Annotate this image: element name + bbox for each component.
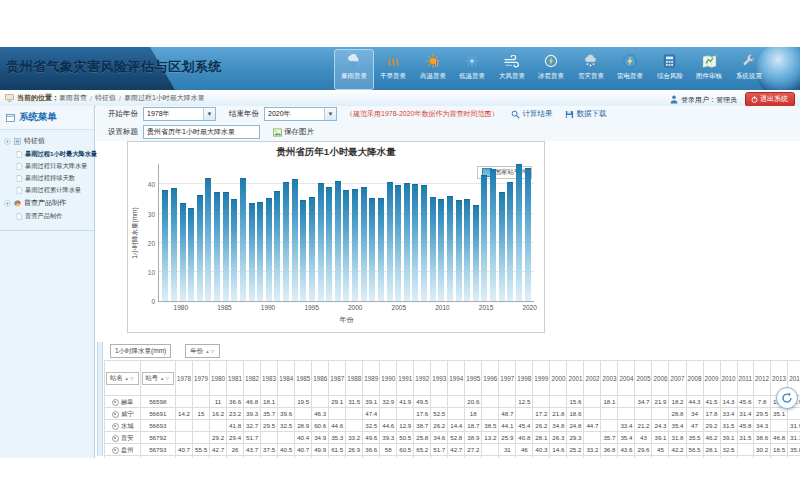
breadcrumb-item[interactable]: 暴雨过程1小时最大降水量 [124,93,205,103]
year-column-header-2003[interactable]: 2003 [601,361,618,396]
year-column-header-1985[interactable]: 1985 [295,361,312,396]
nav-item-大风普查[interactable]: 大风普查 [492,49,532,90]
nav-item-高温普查[interactable]: 高温普查 [413,49,453,90]
year-column-header-1982[interactable]: 1982 [244,361,261,396]
floating-refresh-button[interactable] [776,387,798,409]
radio-icon[interactable] [112,411,119,418]
year-column-header-1988[interactable]: 1988 [346,361,363,396]
bar-1994[interactable] [300,200,306,301]
bar-1980[interactable] [180,203,186,301]
bar-1992[interactable] [283,182,289,301]
sort-arrows-icon[interactable]: ▲▽ [205,349,215,354]
tree-item-暴雨过程1小时最大降水量[interactable]: 暴雨过程1小时最大降水量 [4,148,88,160]
panel-splitter[interactable] [97,342,103,456]
save-image-button[interactable]: 保存图片 [273,127,314,137]
year-column-header-1980[interactable]: 1980 [210,361,227,396]
end-year-select[interactable]: 2020年 ▼ [264,107,337,121]
nav-item-干旱普查[interactable]: 干旱普查 [374,49,414,90]
calculate-button[interactable]: 计算结果 [511,109,552,119]
breadcrumb-item[interactable]: 特征值 [95,93,116,103]
bar-2018[interactable] [507,182,513,301]
year-column-header-1997[interactable]: 1997 [499,361,516,396]
bar-2016[interactable] [490,169,496,301]
radio-icon[interactable] [112,423,119,430]
radio-icon[interactable] [112,447,119,454]
bar-2006[interactable] [404,183,410,301]
col-station-id-sort[interactable]: 站号▲▽ [142,372,175,385]
bar-1996[interactable] [318,183,324,301]
bar-1985[interactable] [223,192,229,301]
year-column-header-2006[interactable]: 2006 [652,361,669,396]
year-column-header-2005[interactable]: 2005 [635,361,652,396]
year-column-header-2012[interactable]: 2012 [754,361,771,396]
year-column-header-1989[interactable]: 1989 [363,361,380,396]
tree-group-普查产品制作[interactable]: 普查产品制作 [4,196,92,210]
nav-item-低温普查[interactable]: 低温普查 [453,49,493,90]
breadcrumb-item[interactable]: 暴雨普查 [59,93,87,103]
bar-1984[interactable] [214,192,220,301]
bar-1995[interactable] [309,197,315,301]
nav-item-冰雹普查[interactable]: 冰雹普查 [532,49,572,90]
bar-1979[interactable] [171,188,177,301]
bar-2015[interactable] [481,175,487,301]
year-sort-chip[interactable]: 年份▲▽ [185,344,220,358]
year-column-header-1984[interactable]: 1984 [278,361,295,396]
radio-icon[interactable] [112,435,119,442]
year-column-header-1999[interactable]: 1999 [533,361,550,396]
year-column-header-1994[interactable]: 1994 [448,361,465,396]
tree-item-暴雨过程日最大降水量[interactable]: 暴雨过程日最大降水量 [4,160,88,172]
year-column-header-2009[interactable]: 2009 [703,361,720,396]
bar-2000[interactable] [352,189,358,301]
bar-1991[interactable] [274,191,280,301]
start-year-select[interactable]: 1978年 ▼ [143,107,216,121]
bar-2001[interactable] [361,187,367,301]
bar-2005[interactable] [395,185,401,301]
tree-group-特征值[interactable]: 特征值 [4,134,92,148]
nav-item-暴雨普查[interactable]: 暴雨普查 [334,49,374,90]
bar-1978[interactable] [162,190,168,301]
year-column-header-1990[interactable]: 1990 [380,361,397,396]
bar-2017[interactable] [499,192,505,301]
tree-item-暴雨过程持续天数[interactable]: 暴雨过程持续天数 [4,172,88,184]
nav-item-综合风险[interactable]: 综合风险 [650,49,690,90]
bar-2004[interactable] [387,182,393,301]
bar-2014[interactable] [473,205,479,301]
year-column-header-2000[interactable]: 2000 [550,361,567,396]
year-column-header-2011[interactable]: 2011 [737,361,754,396]
year-column-header-1981[interactable]: 1981 [227,361,244,396]
nav-item-系统设置[interactable]: 系统设置 [729,49,769,90]
year-column-header-1979[interactable]: 1979 [193,361,210,396]
bar-2007[interactable] [412,184,418,301]
year-column-header-1991[interactable]: 1991 [397,361,414,396]
year-column-header-1992[interactable]: 1992 [414,361,431,396]
bar-1997[interactable] [326,187,332,301]
bar-2013[interactable] [464,199,470,301]
toggle-icon[interactable] [4,200,11,207]
year-column-header-1986[interactable]: 1986 [312,361,329,396]
bar-1998[interactable] [335,181,341,301]
bar-1988[interactable] [249,203,255,301]
year-column-header-2010[interactable]: 2010 [720,361,737,396]
bar-1983[interactable] [205,178,211,301]
year-column-header-1978[interactable]: 1978 [176,361,193,396]
year-column-header-2001[interactable]: 2001 [567,361,584,396]
bar-2011[interactable] [447,196,453,301]
bar-2003[interactable] [378,198,384,301]
download-data-button[interactable]: 数据下载 [565,109,606,119]
bar-1981[interactable] [188,208,194,301]
sort-arrows-icon[interactable]: ▲▽ [125,376,135,381]
nav-item-雷电普查[interactable]: 雷电普查 [611,49,651,90]
chart-title-input[interactable]: 贵州省历年1小时最大降水量 [143,125,260,139]
year-column-header-1996[interactable]: 1996 [482,361,499,396]
nav-item-雪灾普查[interactable]: 雪灾普查 [571,49,611,90]
bar-2020[interactable] [525,168,531,301]
tree-item-暴雨过程累计降水量[interactable]: 暴雨过程累计降水量 [4,184,88,196]
logout-button[interactable]: 退出系统 [745,92,795,107]
year-column-header-1987[interactable]: 1987 [329,361,346,396]
toggle-icon[interactable] [4,138,11,145]
year-column-header-1998[interactable]: 1998 [516,361,533,396]
bar-1987[interactable] [240,178,246,301]
year-column-header-2004[interactable]: 2004 [618,361,635,396]
bar-2008[interactable] [421,185,427,301]
bar-1989[interactable] [257,202,263,301]
